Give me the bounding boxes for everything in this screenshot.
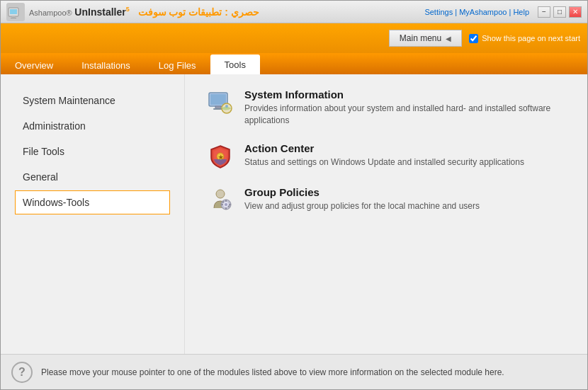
title-bar-right: Settings | MyAshampoo | Help − □ ✕ [424,6,582,18]
svg-point-15 [225,203,227,206]
tab-installations[interactable]: Installations [67,56,145,74]
minimize-button[interactable]: − [538,6,550,18]
svg-rect-19 [229,204,231,205]
svg-rect-3 [11,18,16,18]
tool-text-group-policies: Group Policies View and adjust group pol… [244,186,480,212]
main-panel: System Information Provides information … [185,74,587,355]
title-links: Settings | MyAshampoo | Help [424,8,529,16]
tool-desc-system-information: Provides information about your system a… [244,103,566,127]
system-information-icon [206,88,234,117]
header-top-row: Main menu ◀ Show this page on next start [1,23,587,53]
tool-text-system-information: System Information Provides information … [244,88,566,127]
sidebar-item-system-maintenance[interactable]: System Maintenance [15,88,170,113]
svg-rect-6 [215,106,221,108]
title-bar: Ashampoo® UnInstaller5 حصري : تطبيقات تو… [1,1,587,23]
tool-item-group-policies[interactable]: Group Policies View and adjust group pol… [206,186,566,214]
tool-title-action-center: Action Center [244,142,524,154]
tool-item-system-information[interactable]: System Information Provides information … [206,88,566,127]
sidebar: System Maintenance Administration File T… [1,74,185,355]
status-message: Please move your mouse pointer to one of… [41,367,504,377]
svg-rect-2 [12,16,15,18]
help-icon: ? [11,362,33,383]
tool-item-action-center[interactable]: ★ Action Center Status and settings on W… [206,142,566,171]
title-text: Ashampoo® UnInstaller5 حصري : تطبيقات تو… [29,6,259,18]
product-name: UnInstaller5 [74,6,132,18]
svg-rect-18 [221,204,223,205]
show-next-start-area: Show this page on next start [469,34,580,43]
close-button[interactable]: ✕ [569,6,582,18]
group-policies-icon [206,186,234,214]
svg-point-9 [225,105,228,108]
main-menu-button[interactable]: Main menu ◀ [389,30,462,47]
svg-rect-1 [10,9,17,14]
sidebar-item-file-tools[interactable]: File Tools [15,139,170,164]
sidebar-item-administration[interactable]: Administration [15,114,170,138]
title-bar-left: Ashampoo® UnInstaller5 حصري : تطبيقات تو… [6,3,259,21]
action-center-icon: ★ [206,142,234,171]
show-next-start-label: Show this page on next start [482,34,580,42]
tool-title-group-policies: Group Policies [244,186,480,198]
maximize-button[interactable]: □ [553,6,566,18]
myashampoo-link[interactable]: MyAshampoo [459,8,507,16]
sidebar-item-general[interactable]: General [15,165,170,189]
tab-tools[interactable]: Tools [210,55,260,74]
show-next-start-checkbox[interactable] [469,34,478,43]
nav-tabs: Overview Installations Log Files Tools [1,53,587,74]
top-header: Main menu ◀ Show this page on next start… [1,23,587,74]
svg-rect-17 [225,207,227,210]
tool-text-action-center: Action Center Status and settings on Win… [244,142,524,168]
tab-log-files[interactable]: Log Files [145,56,210,74]
svg-point-12 [216,190,225,198]
chevron-left-icon: ◀ [446,35,451,42]
app-logo [6,3,25,21]
main-content: System Maintenance Administration File T… [1,74,587,355]
svg-rect-16 [225,200,227,202]
help-link[interactable]: Help [513,8,529,16]
tool-title-system-information: System Information [244,88,566,101]
brand-name: Ashampoo® [29,8,72,17]
tab-overview[interactable]: Overview [1,56,67,74]
arabic-title: حصري : تطبيقات توب سوفت [138,6,259,18]
sidebar-item-windows-tools[interactable]: Windows-Tools [15,190,170,214]
status-bar: ? Please move your mouse pointer to one … [1,354,587,389]
tool-desc-action-center: Status and settings on Windows Update an… [244,156,524,168]
tool-desc-group-policies: View and adjust group policies for the l… [244,200,480,212]
settings-link[interactable]: Settings [424,8,453,16]
svg-rect-5 [210,94,226,105]
